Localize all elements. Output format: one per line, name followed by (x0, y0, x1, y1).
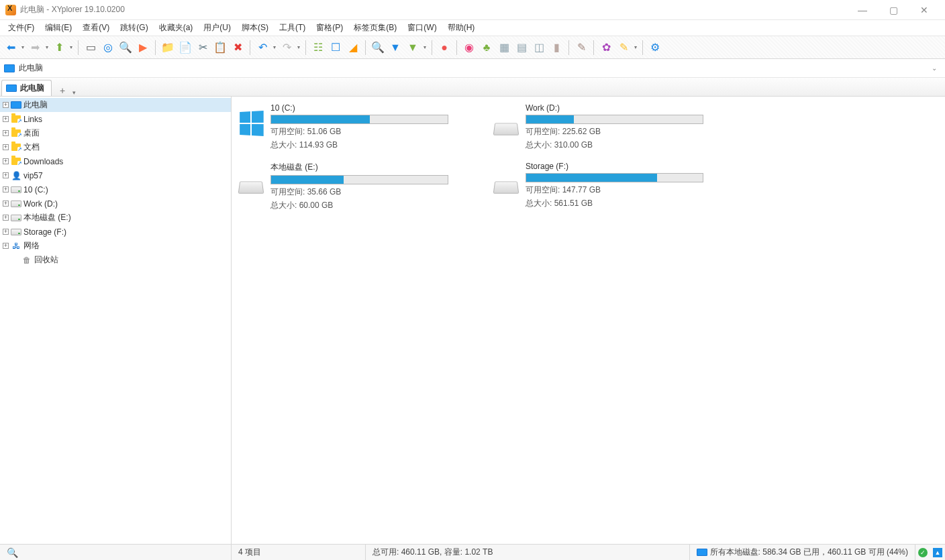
drive-total: 总大小: 561.51 GB (526, 198, 707, 209)
tree-node-8[interactable]: +本地磁盘 (E:) (0, 211, 231, 225)
tree-node-4[interactable]: +Downloads (0, 154, 231, 168)
expand-icon[interactable]: + (3, 158, 9, 164)
back-icon[interactable]: ⬅ (3, 40, 19, 56)
redo-icon-dropdown[interactable]: ▾ (296, 44, 301, 50)
search-icon[interactable]: 🔍 (117, 40, 134, 56)
flower-icon[interactable]: ✿ (598, 40, 614, 56)
expand-icon[interactable]: + (3, 201, 9, 207)
expand-icon[interactable]: + (3, 215, 9, 221)
status-search[interactable]: 🔍 (0, 545, 232, 560)
expand-icon[interactable]: + (3, 144, 9, 150)
tree-node-9[interactable]: +Storage (F:) (0, 225, 231, 239)
addressbar[interactable]: 此电脑 ⌄ (0, 59, 945, 78)
target-icon[interactable]: ◎ (100, 40, 116, 56)
monitor-icon[interactable]: ▭ (83, 40, 99, 56)
menu-2[interactable]: 查看(V) (77, 21, 115, 35)
menu-8[interactable]: 窗格(P) (311, 21, 348, 35)
maximize-button[interactable]: ▢ (878, 0, 909, 20)
brush-icon[interactable]: ✎ (573, 40, 589, 56)
tree-node-1[interactable]: +Links (0, 112, 231, 126)
grid-icon[interactable]: ▦ (496, 40, 512, 56)
expand-icon[interactable]: + (3, 102, 9, 108)
status-sync[interactable]: ▲ (930, 545, 945, 560)
undo-icon-dropdown[interactable]: ▾ (272, 44, 277, 50)
expand-icon[interactable]: + (3, 116, 9, 122)
menu-6[interactable]: 脚本(S) (236, 21, 274, 35)
close-button[interactable]: ✕ (909, 0, 940, 20)
tree-icon[interactable]: ☷ (310, 40, 326, 56)
split-icon[interactable]: ◫ (531, 40, 547, 56)
filter2-icon[interactable]: ▼ (405, 40, 421, 56)
menu-7[interactable]: 工具(T) (274, 21, 311, 35)
menu-10[interactable]: 窗口(W) (402, 21, 442, 35)
spiral-icon[interactable]: ◉ (461, 40, 477, 56)
select-icon[interactable]: ☐ (328, 40, 344, 56)
menu-0[interactable]: 文件(F) (3, 21, 40, 35)
minimize-button[interactable]: — (847, 0, 878, 20)
check-icon: ✓ (918, 548, 928, 557)
tree-node-11[interactable]: 🗑回收站 (0, 253, 231, 267)
drive-name: Storage (F:) (526, 162, 707, 171)
pencil-icon[interactable]: ✎ (615, 40, 632, 56)
statusbar: 🔍 4 项目 总可用: 460.11 GB, 容量: 1.02 TB 所有本地磁… (0, 544, 945, 560)
gear-icon[interactable]: ⚙ (647, 40, 663, 56)
play-icon[interactable]: ▶ (135, 40, 151, 56)
pizza-icon[interactable]: ◢ (345, 40, 361, 56)
tree-label: 网络 (23, 240, 40, 251)
tab-this-pc[interactable]: 此电脑 (1, 80, 52, 96)
cut-icon[interactable]: ✂ (195, 40, 211, 56)
redo-icon[interactable]: ↷ (279, 40, 295, 56)
filter2-icon-dropdown[interactable]: ▾ (422, 44, 428, 50)
tab-label: 此电脑 (20, 82, 44, 94)
menu-4[interactable]: 收藏夹(a) (154, 21, 199, 35)
back-icon-dropdown[interactable]: ▾ (20, 44, 26, 50)
expand-icon[interactable]: + (3, 130, 9, 136)
menu-3[interactable]: 跳转(G) (115, 21, 153, 35)
menu-1[interactable]: 编辑(E) (40, 21, 77, 35)
expand-icon[interactable]: + (3, 186, 9, 192)
menu-11[interactable]: 帮助(H) (442, 21, 481, 35)
column-icon[interactable]: ▮ (548, 40, 564, 56)
tree-node-2[interactable]: +桌面 (0, 126, 231, 140)
expand-icon[interactable]: + (3, 172, 9, 178)
tree-node-7[interactable]: +Work (D:) (0, 197, 231, 211)
pencil-icon-dropdown[interactable]: ▾ (633, 44, 638, 50)
copy-icon[interactable]: 📄 (177, 40, 193, 56)
undo-icon[interactable]: ↶ (254, 40, 270, 56)
tabbar: 此电脑 + ▾ (0, 78, 945, 97)
drive-item-0[interactable]: 10 (C:)可用空间: 51.06 GB总大小: 114.93 GB (237, 103, 452, 151)
expand-icon[interactable]: + (3, 229, 9, 235)
tree-node-3[interactable]: +文档 (0, 140, 231, 154)
expand-icon[interactable]: + (3, 243, 9, 249)
new-tab-button[interactable]: + (56, 85, 69, 96)
new-folder-icon[interactable]: 📁 (160, 40, 176, 56)
tab-menu-button[interactable]: ▾ (69, 89, 79, 96)
android-icon[interactable]: ♣ (479, 40, 495, 56)
calendar-icon[interactable]: ▤ (513, 40, 530, 56)
status-ok[interactable]: ✓ (915, 545, 930, 560)
menu-5[interactable]: 用户(U) (198, 21, 236, 35)
find-icon[interactable]: 🔍 (370, 40, 386, 56)
filter-icon[interactable]: ▼ (387, 40, 403, 56)
separator (250, 40, 250, 55)
drive-item-3[interactable]: Storage (F:)可用空间: 147.77 GB总大小: 561.51 G… (492, 162, 707, 211)
content-pane[interactable]: 10 (C:)可用空间: 51.06 GB总大小: 114.93 GBWork … (232, 97, 945, 544)
pie-icon[interactable]: ● (436, 40, 452, 56)
tree-node-0[interactable]: +此电脑 (0, 98, 231, 112)
forward-icon[interactable]: ➡ (27, 40, 43, 56)
titlebar: 此电脑 - XYplorer 19.10.0200 — ▢ ✕ (0, 0, 945, 20)
drive-item-2[interactable]: 本地磁盘 (E:)可用空间: 35.66 GB总大小: 60.00 GB (237, 162, 452, 211)
tree-node-6[interactable]: +10 (C:) (0, 182, 231, 197)
delete-icon[interactable]: ✖ (230, 40, 246, 56)
paste-icon[interactable]: 📋 (212, 40, 228, 56)
address-dropdown-icon[interactable]: ⌄ (928, 64, 941, 72)
tree-node-5[interactable]: +👤vip57 (0, 168, 231, 182)
folder-tree[interactable]: +此电脑+Links+桌面+文档+Downloads+👤vip57+10 (C:… (0, 97, 232, 544)
up-icon-dropdown[interactable]: ▾ (68, 44, 74, 50)
menu-9[interactable]: 标签页集(B) (348, 21, 402, 35)
drive-item-1[interactable]: Work (D:)可用空间: 225.62 GB总大小: 310.00 GB (492, 103, 707, 151)
forward-icon-dropdown[interactable]: ▾ (44, 44, 50, 50)
up-icon[interactable]: ⬆ (51, 40, 67, 56)
tree-label: Work (D:) (23, 199, 58, 209)
tree-node-10[interactable]: +🖧网络 (0, 239, 231, 253)
